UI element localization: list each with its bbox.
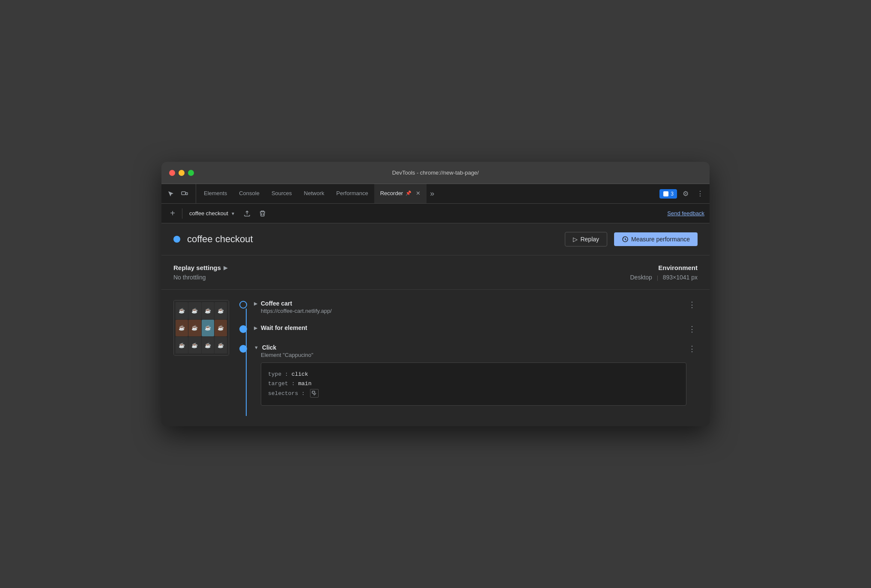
- step-expand-icon-2[interactable]: ▶: [254, 325, 257, 331]
- coffee-item: ☕: [215, 302, 227, 319]
- step-item-coffee-cart: ▶ Coffee cart https://coffee-cart.netlif…: [239, 300, 698, 314]
- main-content: coffee checkout ▷ Replay Measure perform…: [161, 223, 710, 426]
- steps-timeline: ▶ Coffee cart https://coffee-cart.netlif…: [239, 300, 698, 416]
- step-detail-3: Element "Cappucino": [261, 352, 686, 358]
- step-more-menu-3[interactable]: ⋮: [686, 344, 698, 353]
- coffee-item: ☕: [188, 320, 201, 336]
- title-bar: DevTools - chrome://new-tab-page/: [161, 162, 710, 184]
- step-code-block: type : click target : main selectors: [261, 362, 686, 405]
- issues-icon: [663, 191, 669, 197]
- code-val-target: main: [298, 380, 311, 387]
- delete-button[interactable]: [257, 208, 268, 220]
- settings-button[interactable]: ⚙: [680, 188, 692, 200]
- measure-performance-button[interactable]: Measure performance: [614, 232, 698, 246]
- measure-icon: [622, 236, 629, 243]
- step-item-wait: ▶ Wait for element ⋮: [239, 324, 698, 334]
- step-expand-icon-3[interactable]: ▼: [254, 345, 259, 350]
- step-content-3: ▼ Click Element "Cappucino" type : click: [254, 344, 686, 405]
- step-node-2: [239, 325, 247, 333]
- delete-icon: [259, 210, 266, 217]
- recorder-close-icon[interactable]: ✕: [416, 190, 421, 196]
- recorder-toolbar: + coffee checkout ▾ Send feedback: [161, 204, 710, 223]
- step-item-click: ▼ Click Element "Cappucino" type : click: [239, 344, 698, 405]
- step-name-2: Wait for element: [261, 324, 307, 331]
- step-node-3: [239, 345, 247, 353]
- recording-title: coffee checkout: [187, 234, 558, 245]
- tab-performance[interactable]: Performance: [330, 184, 374, 203]
- coffee-item: ☕: [176, 320, 188, 336]
- code-key-target: target: [268, 380, 288, 387]
- export-button[interactable]: [241, 208, 253, 220]
- tab-network[interactable]: Network: [298, 184, 331, 203]
- coffee-grid: ☕ ☕ ☕ ☕ ☕ ☕ ☕ ☕ ☕ ☕ ☕ ☕: [174, 300, 229, 355]
- step-node-1: [239, 301, 247, 309]
- minimize-button[interactable]: [179, 170, 185, 176]
- step-content-2: ▶ Wait for element: [254, 324, 686, 331]
- steps-section: ☕ ☕ ☕ ☕ ☕ ☕ ☕ ☕ ☕ ☕ ☕ ☕: [161, 290, 710, 426]
- tab-elements[interactable]: Elements: [198, 184, 233, 203]
- devtools-icon-group: [165, 184, 196, 203]
- step-header-2: ▶ Wait for element: [254, 324, 686, 331]
- replay-button[interactable]: ▷ Replay: [565, 232, 607, 246]
- svg-rect-0: [182, 192, 185, 195]
- svg-rect-1: [186, 193, 188, 195]
- settings-left: Replay settings ▶ No throttling: [173, 264, 436, 281]
- recorder-pin-icon: 📌: [406, 190, 412, 196]
- code-key-selectors: selectors: [268, 390, 298, 397]
- svg-rect-2: [663, 191, 668, 196]
- close-button[interactable]: [169, 170, 175, 176]
- more-tabs-button[interactable]: »: [427, 184, 438, 203]
- tab-recorder[interactable]: Recorder 📌 ✕: [374, 184, 427, 203]
- svg-rect-4: [312, 391, 315, 393]
- tab-sources[interactable]: Sources: [265, 184, 298, 203]
- coffee-item: ☕: [202, 337, 214, 353]
- step-expand-icon-1[interactable]: ▶: [254, 301, 257, 306]
- env-divider: [657, 276, 658, 281]
- step-content-1: ▶ Coffee cart https://coffee-cart.netlif…: [254, 300, 686, 314]
- step-more-menu-1[interactable]: ⋮: [686, 300, 698, 309]
- replay-settings-section: Replay settings ▶ No throttling Environm…: [161, 255, 710, 290]
- device-icon[interactable]: [179, 188, 191, 200]
- maximize-button[interactable]: [188, 170, 194, 176]
- devtools-right-group: 3 ⚙ ⋮: [659, 184, 706, 203]
- coffee-item: ☕: [188, 302, 201, 319]
- environment-heading: Environment: [436, 264, 698, 271]
- code-line-type: type : click: [268, 370, 679, 379]
- recording-header: coffee checkout ▷ Replay Measure perform…: [161, 223, 710, 255]
- throttle-value: No throttling: [173, 274, 436, 281]
- devtools-tabs-bar: Elements Console Sources Network Perform…: [161, 184, 710, 204]
- step-name-3: Click: [262, 344, 276, 351]
- step-name-1: Coffee cart: [261, 300, 292, 307]
- code-key-type: type: [268, 371, 281, 377]
- step-header-3: ▼ Click: [254, 344, 686, 351]
- coffee-item: ☕: [188, 337, 201, 353]
- coffee-item: ☕: [176, 337, 188, 353]
- export-icon: [244, 210, 251, 217]
- coffee-item: ☕: [215, 320, 227, 336]
- tab-console[interactable]: Console: [233, 184, 265, 203]
- coffee-item: ☕: [202, 320, 214, 336]
- recording-selector[interactable]: coffee checkout ▾: [186, 208, 238, 218]
- devtools-window: DevTools - chrome://new-tab-page/ Elemen…: [161, 162, 710, 426]
- step-more-menu-2[interactable]: ⋮: [686, 324, 698, 334]
- issues-badge[interactable]: 3: [659, 189, 677, 199]
- step-url-1: https://coffee-cart.netlify.app/: [261, 308, 686, 314]
- environment-value: Desktop 893×1041 px: [436, 274, 698, 281]
- selector-icon[interactable]: [310, 389, 319, 398]
- replay-play-icon: ▷: [573, 236, 578, 243]
- window-title: DevTools - chrome://new-tab-page/: [392, 169, 479, 176]
- chevron-down-icon: ▾: [232, 211, 234, 217]
- coffee-item: ☕: [176, 302, 188, 319]
- replay-settings-toggle[interactable]: Replay settings ▶: [173, 264, 436, 271]
- environment-section: Environment Desktop 893×1041 px: [436, 264, 698, 281]
- add-recording-button[interactable]: +: [167, 208, 179, 220]
- send-feedback-link[interactable]: Send feedback: [667, 210, 704, 217]
- coffee-item: ☕: [215, 337, 227, 353]
- screenshot-thumbnail: ☕ ☕ ☕ ☕ ☕ ☕ ☕ ☕ ☕ ☕ ☕ ☕: [173, 300, 229, 356]
- step-header-1: ▶ Coffee cart: [254, 300, 686, 307]
- recording-status-dot: [173, 236, 180, 243]
- devtools-more-button[interactable]: ⋮: [694, 188, 706, 200]
- cursor-icon[interactable]: [165, 188, 177, 200]
- coffee-item: ☕: [202, 302, 214, 319]
- code-line-target: target : main: [268, 379, 679, 389]
